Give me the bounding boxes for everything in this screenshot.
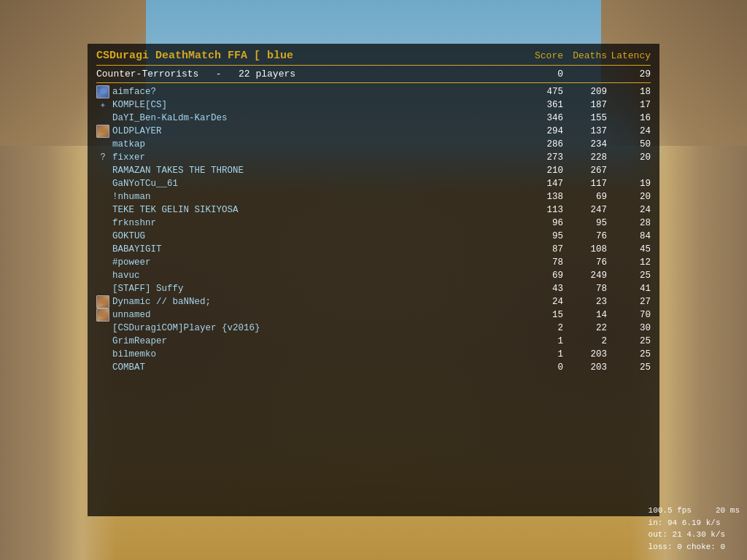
player-name: havuc — [112, 270, 519, 282]
avatar-empty — [96, 256, 109, 269]
player-name: #poweer — [112, 257, 519, 269]
player-row: bilmemko 1 203 25 — [96, 348, 651, 361]
player-latency: 24 — [607, 125, 651, 138]
out-rate-line: out: 21 4.30 k/s — [649, 529, 740, 541]
player-score: 113 — [519, 204, 563, 217]
column-headers: Score Deaths Latency — [519, 50, 651, 61]
player-deaths: 209 — [563, 86, 607, 98]
player-row: havuc 69 249 25 — [96, 269, 651, 282]
player-name: RAMAZAN TAKES THE THRONE — [112, 165, 519, 177]
player-deaths: 117 — [563, 178, 607, 190]
player-name: [CSDuragiCOM]Player {v2016} — [112, 322, 519, 335]
player-latency: 27 — [607, 296, 651, 308]
player-score: 1 — [519, 335, 563, 348]
player-score: 78 — [519, 257, 563, 269]
player-score: 273 — [519, 152, 563, 164]
player-deaths: 249 — [563, 270, 607, 282]
player-stats: 273 228 20 — [519, 152, 651, 164]
player-name: OLDPLAYER — [112, 125, 519, 138]
player-stats: 346 155 16 — [519, 112, 651, 125]
header-divider — [96, 65, 651, 66]
player-latency — [607, 165, 651, 177]
player-stats: 138 69 20 — [519, 191, 651, 203]
team-label: Counter-Terrorists - 22 players — [96, 69, 519, 79]
player-stats: 475 209 18 — [519, 86, 651, 98]
player-row: [CSDuragiCOM]Player {v2016} 2 22 30 — [96, 322, 651, 335]
player-stats: 361 187 17 — [519, 99, 651, 112]
team-latency: 29 — [607, 69, 651, 79]
team-divider — [96, 82, 651, 83]
player-latency: 25 — [607, 362, 651, 374]
player-latency: 17 — [607, 99, 651, 112]
player-score: 0 — [519, 362, 563, 374]
player-deaths: 228 — [563, 152, 607, 164]
col-deaths: Deaths — [563, 50, 607, 61]
player-latency: 41 — [607, 283, 651, 295]
player-row: Dynamic // baNNed; 24 23 27 — [96, 295, 651, 308]
player-latency: 12 — [607, 257, 651, 269]
player-latency: 20 — [607, 191, 651, 203]
avatar-empty — [96, 335, 109, 348]
player-name: bilmemko — [112, 349, 519, 361]
player-latency: 24 — [607, 204, 651, 217]
avatar-empty — [96, 217, 109, 230]
player-deaths: 14 — [563, 309, 607, 322]
player-score: 24 — [519, 296, 563, 308]
player-name: GaNYoTCu__61 — [112, 178, 519, 190]
player-name: aimface? — [112, 86, 519, 98]
avatar-empty — [96, 164, 109, 177]
player-avatar — [96, 308, 109, 322]
team-row: Counter-Terrorists - 22 players 0 29 — [96, 68, 651, 80]
player-stats: 0 203 25 — [519, 362, 651, 374]
player-avatar — [96, 85, 109, 98]
player-stats: 113 247 24 — [519, 204, 651, 217]
player-deaths: 267 — [563, 165, 607, 177]
player-score: 286 — [519, 139, 563, 151]
player-score: 69 — [519, 270, 563, 282]
player-score: 147 — [519, 178, 563, 190]
player-stats: 2 22 30 — [519, 322, 651, 335]
player-deaths: 108 — [563, 244, 607, 256]
col-latency: Latency — [607, 50, 651, 61]
player-row: RAMAZAN TAKES THE THRONE 210 267 — [96, 164, 651, 177]
player-deaths: 22 — [563, 322, 607, 335]
server-name: CSDuragi DeathMatch FFA [ blue — [96, 50, 293, 62]
player-row: [STAFF] Suffy 43 78 41 — [96, 282, 651, 295]
player-stats: 24 23 27 — [519, 296, 651, 308]
player-deaths: 78 — [563, 283, 607, 295]
player-name: fixxer — [112, 152, 519, 164]
player-deaths: 95 — [563, 217, 607, 230]
player-deaths: 155 — [563, 112, 607, 125]
player-row: aimface? 475 209 18 — [96, 85, 651, 98]
player-row: ✦ KOMPLE[CS] 361 187 17 — [96, 98, 651, 112]
avatar-empty — [96, 230, 109, 243]
scoreboard: CSDuragi DeathMatch FFA [ blue Score Dea… — [88, 44, 659, 516]
player-row: unnamed 15 14 70 — [96, 308, 651, 322]
avatar-empty — [96, 243, 109, 256]
player-row: frknshnr 96 95 28 — [96, 217, 651, 230]
player-latency: 19 — [607, 178, 651, 190]
player-score: 43 — [519, 283, 563, 295]
player-row: GaNYoTCu__61 147 117 19 — [96, 177, 651, 190]
player-name: [STAFF] Suffy — [112, 283, 519, 295]
avatar-empty — [96, 269, 109, 282]
avatar-empty — [96, 203, 109, 217]
avatar-empty — [96, 112, 109, 125]
fps-line: 100.5 fps 20 ms — [649, 505, 740, 517]
avatar-empty — [96, 190, 109, 203]
avatar-star: ✦ — [96, 98, 109, 112]
player-score: 96 — [519, 217, 563, 230]
player-row: OLDPLAYER 294 137 24 — [96, 125, 651, 138]
player-score: 1 — [519, 349, 563, 361]
player-deaths: 69 — [563, 191, 607, 203]
player-latency: 28 — [607, 217, 651, 230]
team-score: 0 — [519, 69, 563, 79]
player-latency: 25 — [607, 349, 651, 361]
player-score: 475 — [519, 86, 563, 98]
player-stats: 78 76 12 — [519, 257, 651, 269]
player-score: 95 — [519, 230, 563, 243]
player-name: GrimReaper — [112, 335, 519, 348]
player-latency: 25 — [607, 270, 651, 282]
player-latency: 50 — [607, 139, 651, 151]
player-name: DaYI_Ben-KaLdm-KarDes — [112, 112, 519, 125]
